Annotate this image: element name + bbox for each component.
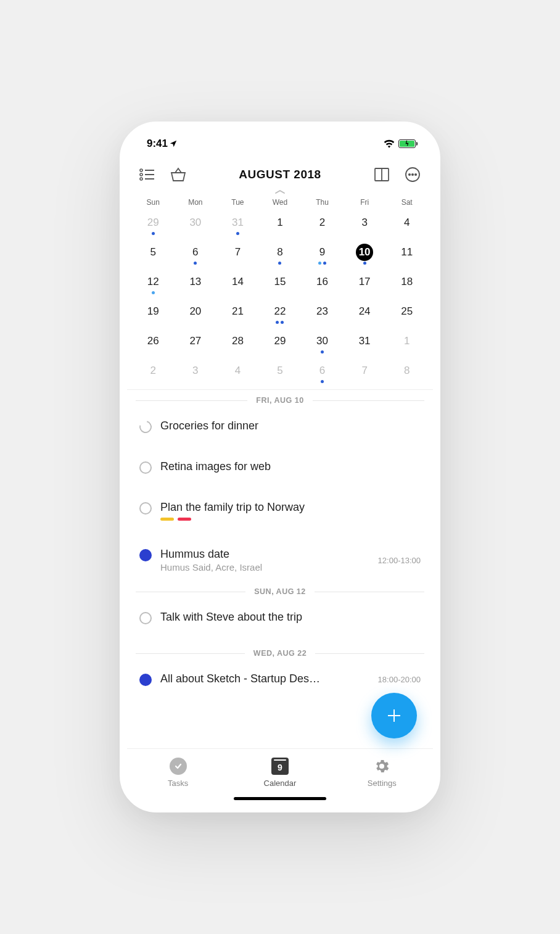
calendar-day[interactable]: 11: [385, 241, 428, 271]
agenda-task[interactable]: Talk with Steve about the trip: [127, 602, 433, 643]
task-checkbox[interactable]: [139, 502, 152, 515]
calendar-day[interactable]: 3: [344, 212, 386, 241]
calendar-day[interactable]: 29: [259, 330, 302, 360]
svg-point-11: [415, 174, 416, 175]
home-indicator[interactable]: [234, 797, 326, 800]
calendar-day[interactable]: 7: [216, 241, 259, 271]
check-circle-icon: [170, 758, 187, 775]
agenda-event[interactable]: All about Sketch - Startup Des…18:00-20:…: [127, 664, 433, 695]
calendar-day[interactable]: 23: [301, 300, 344, 330]
calendar-day[interactable]: 24: [344, 300, 386, 330]
item-time: 18:00-20:00: [378, 675, 421, 684]
tag-pill: [160, 518, 174, 521]
item-title: All about Sketch - Startup Des…: [160, 672, 369, 685]
agenda-task[interactable]: Plan the family trip to Norway: [127, 492, 433, 539]
calendar-icon-day: 9: [278, 762, 282, 772]
calendar-day[interactable]: 1: [385, 330, 428, 360]
tab-settings[interactable]: Settings: [331, 749, 433, 795]
dow-label: Mon: [175, 198, 217, 207]
list-icon[interactable]: [138, 165, 157, 184]
calendar-day[interactable]: 8: [385, 360, 428, 389]
dow-label: Thu: [301, 198, 344, 207]
basket-icon[interactable]: [169, 165, 187, 184]
item-title: Groceries for dinner: [160, 419, 421, 432]
agenda-task[interactable]: Retina images for web: [127, 452, 433, 492]
tab-calendar[interactable]: 9 Calendar: [229, 749, 331, 795]
svg-point-10: [412, 174, 413, 175]
calendar-day[interactable]: 6: [301, 360, 344, 389]
item-time: 12:00-13:00: [378, 556, 421, 565]
calendar-day[interactable]: 8: [259, 241, 302, 271]
calendar-day[interactable]: 18: [385, 271, 428, 300]
calendar-day[interactable]: 5: [132, 241, 175, 271]
calendar-day[interactable]: 27: [175, 330, 217, 360]
calendar-day[interactable]: 21: [216, 300, 259, 330]
battery-icon: ϟ: [398, 139, 416, 148]
calendar-day[interactable]: 15: [259, 271, 302, 300]
calendar-day[interactable]: 4: [216, 360, 259, 389]
calendar-day[interactable]: 30: [175, 212, 217, 241]
calendar-day[interactable]: 31: [344, 330, 386, 360]
status-time: 9:41: [147, 138, 178, 150]
calendar-day[interactable]: 12: [132, 271, 175, 300]
calendar-day[interactable]: 17: [344, 271, 386, 300]
calendar-day[interactable]: 7: [344, 360, 386, 389]
calendar-day[interactable]: 2: [301, 212, 344, 241]
calendar-day[interactable]: 25: [385, 300, 428, 330]
calendar-grid: SunMonTueWedThuFriSat 293031123456789101…: [127, 197, 433, 390]
calendar-day[interactable]: 3: [175, 360, 217, 389]
calendar-icon: 9: [271, 758, 289, 775]
agenda-section-header: SUN, AUG 12: [127, 581, 433, 602]
calendar-day[interactable]: 16: [301, 271, 344, 300]
calendar-day[interactable]: 20: [175, 300, 217, 330]
calendar-day[interactable]: 31: [216, 212, 259, 241]
svg-point-1: [140, 173, 142, 176]
svg-point-9: [409, 174, 410, 175]
dow-label: Wed: [259, 198, 302, 207]
calendar-day[interactable]: 9: [301, 241, 344, 271]
calendar-day[interactable]: 19: [132, 300, 175, 330]
tab-tasks[interactable]: Tasks: [127, 749, 229, 795]
status-time-text: 9:41: [147, 138, 168, 150]
agenda-section-header: FRI, AUG 10: [127, 390, 433, 411]
dow-label: Sun: [132, 198, 175, 207]
calendar-day[interactable]: 14: [216, 271, 259, 300]
calendar-day[interactable]: 22: [259, 300, 302, 330]
calendar-day[interactable]: 13: [175, 271, 217, 300]
agenda-section-header: WED, AUG 22: [127, 643, 433, 664]
task-checkbox[interactable]: [139, 612, 152, 624]
agenda-event[interactable]: Hummus dateHumus Said, Acre, Israel12:00…: [127, 539, 433, 581]
tab-tasks-label: Tasks: [168, 779, 188, 788]
event-dot-icon: [139, 549, 152, 561]
item-title: Plan the family trip to Norway: [160, 501, 421, 514]
event-dot-icon: [139, 674, 152, 686]
calendar-day[interactable]: 29: [132, 212, 175, 241]
calendar-day[interactable]: 26: [132, 330, 175, 360]
agenda-task[interactable]: Groceries for dinner: [127, 411, 433, 452]
calendar-day[interactable]: 2: [132, 360, 175, 389]
gear-icon: [373, 757, 391, 775]
tag-pill: [178, 518, 191, 521]
book-icon[interactable]: [373, 165, 391, 184]
dow-label: Tue: [216, 198, 259, 207]
app-header: AUGUST 2018: [127, 159, 433, 191]
location-arrow-icon: [169, 139, 178, 148]
dow-label: Sat: [385, 198, 428, 207]
add-button[interactable]: [371, 693, 417, 738]
wifi-icon: [384, 139, 395, 148]
item-title: Hummus date: [160, 548, 369, 561]
calendar-day[interactable]: 4: [385, 212, 428, 241]
more-icon[interactable]: [403, 165, 422, 184]
task-checkbox[interactable]: [137, 418, 154, 435]
svg-point-2: [140, 178, 142, 180]
calendar-day[interactable]: 6: [175, 241, 217, 271]
calendar-day[interactable]: 10: [344, 241, 386, 271]
calendar-day[interactable]: 30: [301, 330, 344, 360]
task-checkbox[interactable]: [139, 461, 152, 474]
calendar-day[interactable]: 28: [216, 330, 259, 360]
calendar-day[interactable]: 5: [259, 360, 302, 389]
collapse-chevron-icon[interactable]: [127, 189, 433, 194]
item-title: Retina images for web: [160, 460, 421, 473]
calendar-day[interactable]: 1: [259, 212, 302, 241]
header-title[interactable]: AUGUST 2018: [239, 168, 321, 181]
